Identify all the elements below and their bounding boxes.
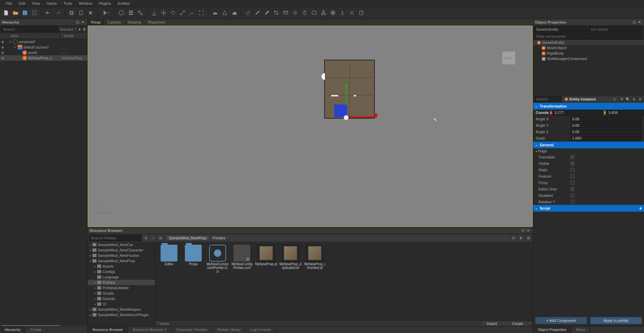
ruler-icon[interactable] [244, 9, 252, 17]
import-button[interactable]: Import [481, 321, 503, 326]
gizmo-center[interactable] [344, 115, 348, 120]
flag-checkbox[interactable]: ✓ [570, 187, 575, 191]
shuffle-icon[interactable] [348, 9, 356, 17]
cube-icon[interactable] [117, 9, 125, 17]
filter-components-input[interactable] [534, 33, 643, 39]
panel-close-icon[interactable]: ✕ [526, 228, 531, 233]
flag-checkbox[interactable] [570, 181, 575, 185]
res-tree-row[interactable]: ▸Configs [88, 269, 155, 274]
component-generic-entity[interactable]: SGenericEntity [533, 40, 644, 45]
hierarchy-search-input[interactable] [1, 26, 58, 32]
search-icon[interactable]: 🔍 [625, 96, 631, 102]
coord-x-input[interactable] [553, 110, 603, 115]
col-name[interactable]: name [0, 33, 60, 38]
panel-dock-icon[interactable]: ▢ [75, 20, 80, 25]
res-tree-row[interactable]: ▾SampleMod_NewProp [88, 258, 155, 264]
hierarchy-row[interactable]: ◉world--- [0, 50, 87, 55]
res-filter-icon[interactable]: ▼ [518, 235, 524, 241]
tab-placement[interactable]: Placement [144, 20, 169, 25]
tab-hierarchy[interactable]: Hierarchy [0, 327, 26, 333]
tab-cinematic-timeline[interactable]: Cinematic Timeline [171, 327, 213, 333]
scale-icon[interactable] [178, 9, 187, 17]
tree-icon[interactable]: ⇅ [631, 96, 637, 102]
panel-dock-icon[interactable]: ▢ [632, 20, 637, 25]
map-icon[interactable] [310, 9, 318, 17]
flag-checkbox[interactable]: ✓ [570, 155, 575, 159]
res-item[interactable]: MyNewProp_inherited.et [304, 245, 326, 273]
menu-file[interactable]: File [3, 1, 16, 6]
tab-resource-browser[interactable]: Resource Browser [88, 327, 128, 333]
col-prefab[interactable]: * prefab [60, 33, 87, 38]
play-button[interactable]: ▾ [100, 9, 112, 17]
bounds-icon[interactable] [197, 9, 205, 17]
add-component-button[interactable]: + Add Component [535, 317, 587, 324]
gizmo-x-axis[interactable] [346, 116, 377, 118]
res-tree-row[interactable]: ▸Prefabs [88, 280, 155, 285]
terrain-peak-icon[interactable] [221, 9, 229, 17]
component-rigidbody[interactable]: ERigidBody [533, 51, 644, 56]
res-tree-row[interactable]: ▸SampleMod_NewCharacter [88, 247, 155, 253]
flag-checkbox[interactable] [570, 193, 575, 198]
res-item[interactable]: MyNewComponentPrefab.ct.ct [206, 245, 229, 273]
tab-shading[interactable]: Shading [124, 20, 144, 25]
entity-type-field[interactable] [534, 26, 588, 32]
menu-plugins[interactable]: Plugins [95, 1, 114, 6]
crumb-root[interactable]: SampleMod_NewProp [167, 236, 208, 240]
create-button[interactable]: Create [507, 321, 529, 326]
component-slotmanager[interactable]: GSlotManagerComponent [533, 56, 644, 61]
section-transformation[interactable]: ⌄Transformation [533, 103, 644, 110]
res-item[interactable]: MyNewProp_duplicated.et [279, 245, 302, 273]
hierarchy-row[interactable]: ◉▾unnamed* [0, 39, 87, 44]
panel-close-icon[interactable]: ✕ [637, 20, 642, 25]
edit-icon[interactable] [30, 9, 38, 17]
flag-checkbox[interactable]: ✓ [570, 161, 575, 165]
res-back-icon[interactable]: ‹ [150, 235, 156, 241]
coord-y-input[interactable] [607, 110, 644, 115]
cloud-icon[interactable] [230, 9, 238, 17]
brush-icon[interactable] [263, 9, 271, 17]
res-item[interactable]: MyNewConfigPrefab.conf [231, 245, 253, 273]
tab-log-console[interactable]: Log Console [246, 327, 276, 333]
scale-input[interactable] [571, 136, 641, 141]
res-tree-row[interactable]: ▸SampleMod_NewWeapon [88, 307, 155, 312]
res-tree-row[interactable]: Language [88, 274, 155, 280]
anglez-input[interactable] [571, 129, 641, 134]
tab-create[interactable]: Create [26, 327, 47, 333]
crumb-current[interactable]: Prefabs [211, 236, 227, 240]
timer-icon[interactable] [301, 9, 309, 17]
wand-icon[interactable] [253, 9, 261, 17]
add-script-icon[interactable]: + [639, 206, 642, 211]
res-reload-icon[interactable]: ⟳ [510, 235, 516, 241]
tab-prefab-library[interactable]: Prefab Library [213, 327, 246, 333]
cube-back-face[interactable]: BACK [502, 51, 515, 65]
res-settings-icon[interactable]: ⚙ [525, 235, 531, 241]
angley-input[interactable] [571, 123, 641, 128]
res-tree-row[interactable]: ▸SampleMod_NewFaction [88, 253, 155, 258]
rotate-icon[interactable] [169, 9, 177, 17]
menu-window[interactable]: Window [76, 1, 95, 6]
res-refresh-icon[interactable]: ⟲ [143, 235, 149, 241]
flag-checkbox[interactable] [570, 200, 575, 204]
cut-icon[interactable] [86, 9, 94, 17]
menu-tools[interactable]: Tools [60, 1, 76, 6]
gear-icon[interactable] [291, 9, 299, 17]
hierarchy-row[interactable]: ◉MyNewProp_1MyNewProp [0, 55, 87, 61]
crop-icon[interactable] [272, 9, 280, 17]
panel-dock-icon[interactable]: ▢ [521, 228, 525, 233]
filter-icon[interactable]: ▼ [78, 28, 81, 31]
tab-object-properties[interactable]: Object Properties [533, 327, 571, 333]
res-item[interactable]: Editor [158, 245, 180, 273]
flags-header[interactable]: ▾ Flags [533, 148, 644, 154]
res-tree-row[interactable]: ▸PrefabsEditable [88, 285, 155, 291]
entity-name-field[interactable] [589, 26, 643, 32]
settings-icon[interactable]: ⚙ [83, 27, 86, 32]
menu-game[interactable]: Game [43, 1, 60, 6]
globe-icon[interactable] [329, 9, 337, 17]
viewport-3d[interactable]: BACK y x ↖ [88, 26, 533, 227]
res-tree-row[interactable]: ▸UI [88, 301, 155, 307]
import-icon[interactable] [338, 9, 346, 17]
tab-camera[interactable]: Camera [104, 20, 124, 25]
panel-close-icon[interactable]: ✕ [81, 20, 85, 25]
tab-resource-browser-2[interactable]: Resource Browser 2 [128, 327, 171, 333]
hierarchy-icon[interactable] [319, 9, 328, 17]
